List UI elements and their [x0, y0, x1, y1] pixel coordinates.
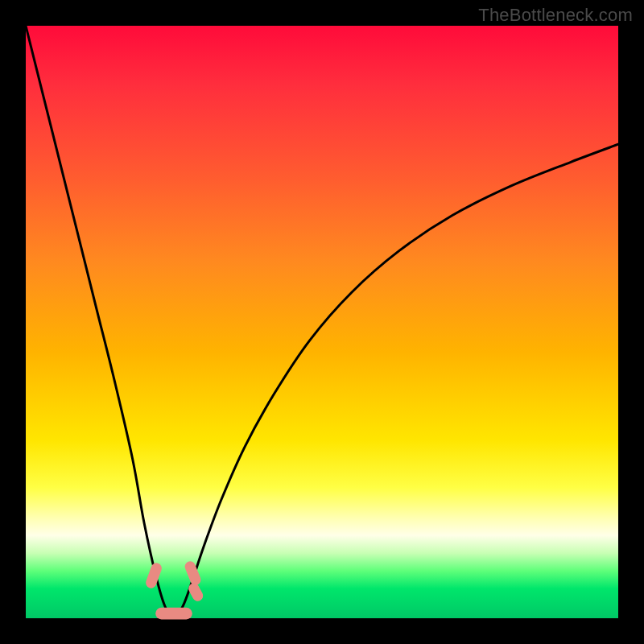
chart-plot-area	[26, 26, 618, 618]
marker-pill	[184, 559, 203, 587]
bottleneck-curve	[26, 26, 618, 618]
marker-pill	[144, 562, 163, 590]
chart-svg	[26, 26, 618, 618]
watermark-text: TheBottleneck.com	[478, 5, 633, 26]
curve-markers	[144, 559, 204, 619]
chart-frame: TheBottleneck.com	[0, 0, 644, 644]
marker-pill	[155, 608, 192, 620]
